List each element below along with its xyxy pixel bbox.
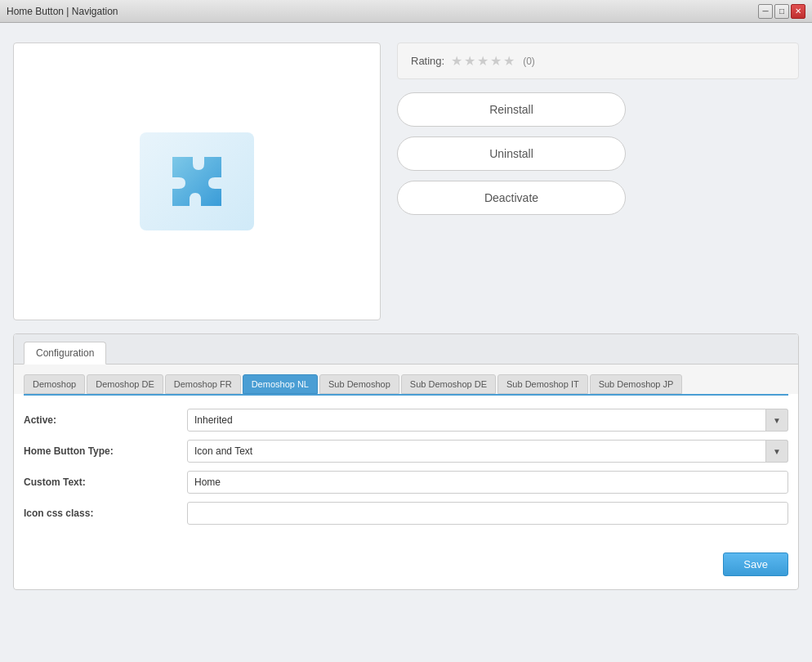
puzzle-icon xyxy=(164,149,230,214)
form-footer: Save xyxy=(14,546,798,589)
custom-text-input[interactable] xyxy=(187,471,788,494)
shop-tab-demoshop-nl[interactable]: Demoshop NL xyxy=(243,374,318,394)
window-controls: ─ □ ✕ xyxy=(758,4,805,19)
top-section: Rating: ★★★★★ (0) Reinstall Uninstall De… xyxy=(0,29,812,333)
home-button-type-select[interactable]: Icon and Text Icon only Text only xyxy=(187,440,788,463)
window-title: Home Button | Navigation xyxy=(7,6,118,17)
rating-count: (0) xyxy=(523,56,535,67)
minimize-button[interactable]: ─ xyxy=(758,4,773,19)
active-select-wrapper: Inherited Yes No ▼ xyxy=(187,409,788,432)
shop-tab-sub-demoshop-it[interactable]: Sub Demoshop IT xyxy=(497,374,588,394)
icon-css-class-label: Icon css class: xyxy=(24,508,187,519)
reinstall-button[interactable]: Reinstall xyxy=(397,92,626,127)
active-select[interactable]: Inherited Yes No xyxy=(187,409,788,432)
rating-row: Rating: ★★★★★ (0) xyxy=(397,42,799,79)
shop-tab-sub-demoshop-jp[interactable]: Sub Demoshop JP xyxy=(590,374,683,394)
custom-text-row: Custom Text: xyxy=(24,471,788,494)
plugin-icon-box xyxy=(13,42,381,320)
shop-tab-demoshop-de[interactable]: Demoshop DE xyxy=(87,374,163,394)
icon-css-class-input[interactable] xyxy=(187,502,788,525)
home-button-type-select-wrapper: Icon and Text Icon only Text only ▼ xyxy=(187,440,788,463)
config-tab-header: Configuration xyxy=(14,334,798,365)
close-button[interactable]: ✕ xyxy=(791,4,805,19)
shop-tabs: Demoshop Demoshop DE Demoshop FR Demosho… xyxy=(24,374,788,394)
active-row: Active: Inherited Yes No ▼ xyxy=(24,409,788,432)
shop-tab-demoshop[interactable]: Demoshop xyxy=(24,374,85,394)
maximize-button[interactable]: □ xyxy=(774,4,789,19)
home-button-type-label: Home Button Type: xyxy=(24,445,187,457)
config-section: Configuration Demoshop Demoshop DE Demos… xyxy=(13,333,799,590)
uninstall-button[interactable]: Uninstall xyxy=(397,136,626,171)
active-label: Active: xyxy=(24,414,187,426)
icon-css-class-row: Icon css class: xyxy=(24,502,788,525)
rating-stars: ★★★★★ xyxy=(451,53,516,69)
deactivate-button[interactable]: Deactivate xyxy=(397,181,626,215)
shop-tabs-container: Demoshop Demoshop DE Demoshop FR Demosho… xyxy=(14,365,798,394)
title-bar: Home Button | Navigation ─ □ ✕ xyxy=(0,0,812,23)
save-button[interactable]: Save xyxy=(723,552,788,576)
form-fields: Active: Inherited Yes No ▼ Home Button T… xyxy=(14,396,798,546)
right-panel: Rating: ★★★★★ (0) Reinstall Uninstall De… xyxy=(397,42,799,320)
shop-tab-sub-demoshop-de[interactable]: Sub Demoshop DE xyxy=(401,374,496,394)
configuration-tab[interactable]: Configuration xyxy=(24,342,106,365)
shop-tab-sub-demoshop[interactable]: Sub Demoshop xyxy=(319,374,399,394)
main-content: Rating: ★★★★★ (0) Reinstall Uninstall De… xyxy=(0,23,812,662)
shop-tab-demoshop-fr[interactable]: Demoshop FR xyxy=(165,374,241,394)
plugin-icon-inner xyxy=(140,132,254,230)
home-button-type-row: Home Button Type: Icon and Text Icon onl… xyxy=(24,440,788,463)
custom-text-label: Custom Text: xyxy=(24,476,187,488)
rating-label: Rating: xyxy=(411,55,444,67)
action-buttons: Reinstall Uninstall Deactivate xyxy=(397,92,799,215)
